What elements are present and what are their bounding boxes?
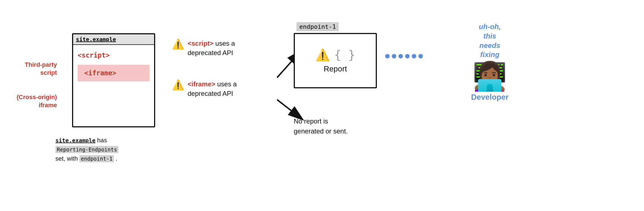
caption-endpoint1: endpoint-1 [80,155,114,162]
dot-3 [398,54,403,58]
developer-area: uh-oh, this needs fixing 👩🏾‍💻 Developer [471,22,508,102]
caption-site-example: site.example [55,137,96,144]
warning-icon-iframe: ⚠️ [172,80,184,90]
dotted-line [385,54,423,58]
endpoint-box: endpoint-1 ⚠️ { } Report [294,22,380,88]
dot-5 [412,54,416,58]
iframe-tag-display: <iframe> [78,65,150,81]
warning-icon-script: ⚠️ [172,39,184,49]
warning-script: ⚠️ <script> uses adeprecated API [172,39,237,57]
script-tag-display: <script> [78,50,150,60]
diagram-container: Third-party script (Cross-origin) iframe… [0,0,644,211]
endpoint-window: ⚠️ { } Report [294,33,377,88]
left-labels: Third-party script (Cross-origin) iframe [17,61,57,109]
browser-caption: site.example has Reporting-Endpoints set… [55,136,172,163]
caption-has: has [96,137,107,144]
no-report-text: No report is generated or sent. [294,116,348,136]
warning-icon-endpoint: ⚠️ [315,48,330,62]
browser-titlebar: site.example [73,34,154,45]
warning-iframe: ⚠️ <iframe> uses adeprecated API [172,79,237,98]
developer-label: Developer [471,93,508,102]
endpoint-label: endpoint-1 [297,22,339,31]
curly-braces-icon: { } [334,48,355,62]
dot-1 [385,54,390,58]
endpoint-icons: ⚠️ { } [315,48,355,62]
developer-emoji: 👩🏾‍💻 [472,62,507,90]
warning-text-iframe: <iframe> uses adeprecated API [188,79,237,98]
third-party-label: Third-party script [17,61,57,77]
dot-4 [405,54,410,58]
caption-period: . [114,155,117,162]
iframe-tag-warning: <iframe> [188,80,215,88]
browser-content: <script> <iframe> [73,45,154,87]
speech-text: uh-oh, this needs fixing [479,22,501,60]
dot-6 [418,54,423,58]
warning-text-script: <script> uses adeprecated API [188,39,235,57]
dot-2 [392,54,396,58]
browser-box: site.example <script> <iframe> [72,33,155,127]
cross-origin-label: (Cross-origin) iframe [17,93,57,109]
warnings-area: ⚠️ <script> uses adeprecated API ⚠️ <ifr… [172,39,237,98]
report-label: Report [324,65,347,73]
caption-set-with: set, with [55,155,80,162]
script-tag-warning: <script> [188,40,213,47]
caption-reporting-endpoints: Reporting-Endpoints [55,146,118,153]
